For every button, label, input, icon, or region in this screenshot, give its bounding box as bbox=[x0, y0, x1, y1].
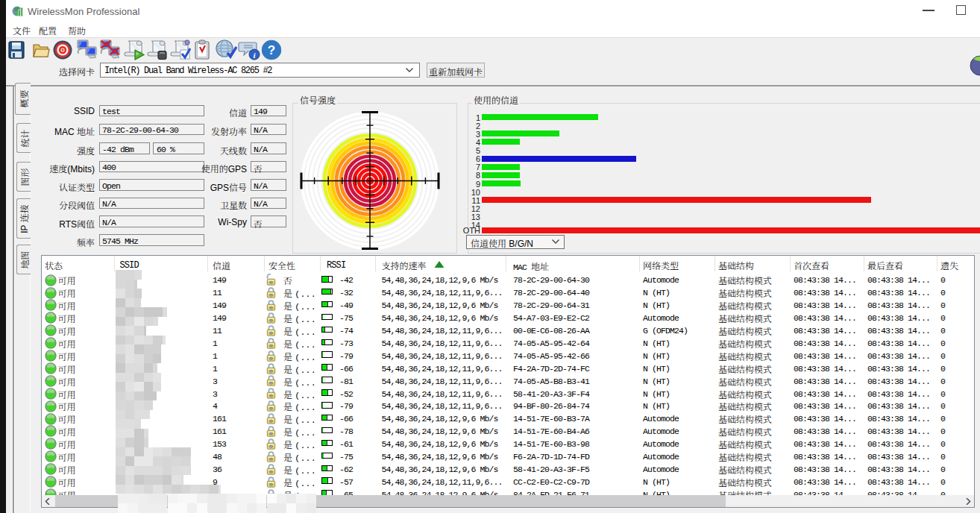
svg-text:?: ? bbox=[268, 43, 275, 57]
